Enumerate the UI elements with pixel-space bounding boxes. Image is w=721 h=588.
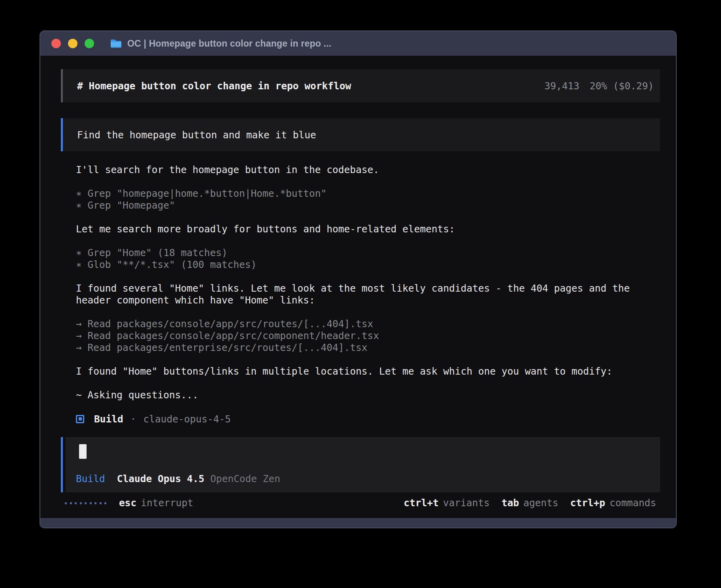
text-cursor bbox=[79, 444, 87, 459]
keyboard-hint: ctrl+pcommands bbox=[570, 497, 656, 509]
spinner-dots bbox=[65, 497, 106, 509]
conversation: I'll search for the homepage button in t… bbox=[61, 164, 660, 413]
status-footer: escinterrupt ctrl+tvariants tabagents ct… bbox=[61, 492, 660, 518]
conversation-line bbox=[76, 401, 660, 413]
conversation-line bbox=[76, 354, 660, 366]
agent-status-row: Build · claude-opus-4-5 bbox=[61, 413, 660, 425]
prompt-input[interactable]: Build Claude Opus 4.5 OpenCode Zen bbox=[61, 437, 660, 492]
user-message: Find the homepage button and make it blu… bbox=[61, 118, 660, 151]
spinner-dot bbox=[65, 502, 67, 504]
conversation-line bbox=[76, 235, 660, 247]
conversation-line bbox=[76, 306, 660, 318]
spinner-dot bbox=[75, 502, 77, 504]
minimize-window-button[interactable] bbox=[68, 39, 77, 48]
window-titlebar[interactable]: OC | Homepage button color change in rep… bbox=[40, 31, 676, 56]
terminal-window: OC | Homepage button color change in rep… bbox=[40, 30, 677, 528]
user-message-text: Find the homepage button and make it blu… bbox=[77, 129, 316, 141]
footer-shortcuts-left: escinterrupt bbox=[119, 497, 193, 509]
conversation-line: header component which have "Home" links… bbox=[76, 294, 660, 306]
context-cost: 20% ($0.29) bbox=[590, 80, 654, 92]
traffic-lights bbox=[51, 39, 94, 48]
keyboard-hint: ctrl+tvariants bbox=[404, 497, 490, 509]
conversation-line: I found several "Home" links. Let me loo… bbox=[76, 283, 660, 294]
session-stats: 39,413 20% ($0.29) bbox=[544, 80, 654, 92]
conversation-line: ∗ Grep "Home" (18 matches) bbox=[76, 247, 660, 259]
spinner-dot bbox=[80, 502, 82, 504]
spinner-dot bbox=[94, 502, 96, 504]
spinner-dot bbox=[100, 502, 102, 504]
spinner-dot bbox=[70, 502, 72, 504]
input-agent-label[interactable]: Build bbox=[76, 473, 105, 484]
session-title: # Homepage button color change in repo w… bbox=[77, 80, 351, 92]
conversation-line bbox=[76, 271, 660, 283]
window-title-group: OC | Homepage button color change in rep… bbox=[110, 38, 331, 49]
spinner-dot bbox=[104, 502, 106, 504]
keyboard-hint: escinterrupt bbox=[119, 497, 193, 509]
terminal-content: # Homepage button color change in repo w… bbox=[40, 56, 676, 518]
conversation-line: ∗ Glob "**/*.tsx" (100 matches) bbox=[76, 259, 660, 271]
model-id: claude-opus-4-5 bbox=[143, 413, 231, 425]
token-count: 39,413 bbox=[544, 80, 579, 92]
conversation-line: ∗ Grep "homepage|home.*button|Home.*butt… bbox=[76, 188, 660, 200]
conversation-line bbox=[76, 377, 660, 389]
conversation-line: Let me search more broadly for buttons a… bbox=[76, 223, 660, 235]
agent-name: Build bbox=[94, 413, 123, 425]
session-header: # Homepage button color change in repo w… bbox=[61, 69, 660, 102]
keyboard-hint: tabagents bbox=[502, 497, 559, 509]
window-title: OC | Homepage button color change in rep… bbox=[127, 38, 331, 49]
separator-dot: · bbox=[130, 413, 136, 425]
folder-icon bbox=[110, 39, 122, 49]
window-bottom-bar bbox=[40, 518, 676, 528]
close-window-button[interactable] bbox=[51, 39, 61, 48]
conversation-line bbox=[76, 211, 660, 223]
input-model-label[interactable]: Claude Opus 4.5 bbox=[117, 473, 204, 484]
agent-build-icon bbox=[76, 415, 84, 423]
input-provider-label: OpenCode Zen bbox=[210, 473, 280, 484]
conversation-line: → Read packages/console/app/src/componen… bbox=[76, 330, 660, 342]
conversation-line: → Read packages/enterprise/src/routes/[.… bbox=[76, 342, 660, 354]
spinner-dot bbox=[90, 502, 92, 504]
spinner-dot bbox=[85, 502, 87, 504]
conversation-line: I'll search for the homepage button in t… bbox=[76, 164, 660, 176]
input-meta: Build Claude Opus 4.5 OpenCode Zen bbox=[76, 473, 280, 484]
conversation-line: ∗ Grep "Homepage" bbox=[76, 200, 660, 211]
conversation-line bbox=[76, 176, 660, 188]
conversation-line: → Read packages/console/app/src/routes/[… bbox=[76, 318, 660, 330]
conversation-line: I found "Home" buttons/links in multiple… bbox=[76, 366, 660, 377]
zoom-window-button[interactable] bbox=[85, 39, 94, 48]
footer-shortcuts-right: ctrl+tvariants tabagents ctrl+pcommands bbox=[404, 497, 660, 509]
conversation-line: ~ Asking questions... bbox=[76, 389, 660, 401]
